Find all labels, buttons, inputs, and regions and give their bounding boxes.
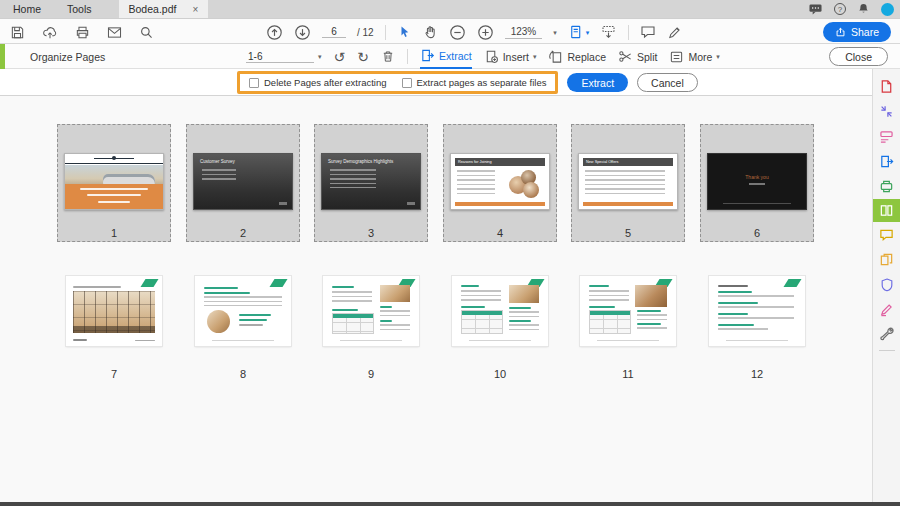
page-cell-11[interactable]: 11 (571, 270, 685, 382)
extract-options-bar: Delete Pages after extracting Extract pa… (0, 69, 872, 96)
feedback-icon[interactable] (808, 3, 823, 16)
page-number: 4 (444, 227, 556, 239)
export-pdf-icon[interactable] (873, 149, 900, 174)
notifications-bell-icon[interactable] (857, 2, 870, 16)
cloud-upload-icon[interactable] (42, 25, 58, 40)
page-cell-5[interactable]: New Special Offers 5 (571, 124, 685, 242)
page-cell-3[interactable]: Survey Demographics Highlights 3 (314, 124, 428, 242)
extract-options-callout: Delete Pages after extracting Extract pa… (237, 71, 558, 94)
page-range-combo[interactable]: ▾ (246, 51, 322, 63)
page-2-thumbnail: Customer Survey (193, 153, 293, 210)
zoom-out-icon[interactable] (449, 24, 466, 41)
tab-home[interactable]: Home (0, 0, 54, 18)
compress-pdf-icon[interactable] (873, 247, 900, 272)
page-cell-4[interactable]: Reasons for Joining 4 (443, 124, 557, 242)
close-tab-icon[interactable]: × (192, 4, 198, 15)
protect-icon[interactable] (873, 272, 900, 297)
scan-ocr-icon[interactable] (873, 174, 900, 199)
page-fit-caret-icon[interactable]: ▾ (586, 29, 590, 36)
delete-after-extract-option[interactable]: Delete Pages after extracting (249, 77, 387, 88)
footer-line (212, 340, 273, 341)
next-page-icon[interactable] (294, 24, 311, 41)
tool-more-label: More (688, 51, 712, 63)
page-cell-12[interactable]: 12 (700, 270, 814, 382)
tools-sidebar (872, 69, 900, 502)
scrolling-view-icon[interactable] (600, 24, 617, 40)
search-icon[interactable] (139, 25, 154, 40)
fill-sign-icon[interactable] (873, 297, 900, 322)
hand-tool-icon[interactable] (423, 24, 438, 40)
insert-icon (484, 49, 499, 64)
fine-print-line (723, 203, 792, 204)
separate-files-option[interactable]: Extract pages as separate files (402, 77, 547, 88)
tool-insert[interactable]: Insert ▾ (484, 44, 537, 69)
organize-accent-bar (0, 44, 5, 69)
page-1-thumbnail (64, 153, 164, 210)
previous-page-icon[interactable] (266, 24, 283, 41)
comment-tool-icon[interactable] (873, 222, 900, 247)
rotate-clockwise-icon[interactable]: ↻ (357, 50, 369, 64)
page-cell-6[interactable]: Thank you 6 (700, 124, 814, 242)
page-cell-9[interactable]: 9 (314, 270, 428, 382)
zoom-level-value[interactable]: 123% (505, 26, 543, 39)
tool-extract[interactable]: Extract (420, 44, 472, 69)
page-range-caret-icon[interactable]: ▾ (318, 53, 322, 60)
window-bottom-edge (0, 502, 900, 506)
page-number: 8 (186, 368, 300, 380)
create-pdf-icon[interactable] (873, 74, 900, 99)
save-icon[interactable] (10, 25, 25, 40)
page-cell-8[interactable]: 8 (186, 270, 300, 382)
pen-icon[interactable] (667, 25, 682, 40)
user-avatar[interactable] (881, 3, 894, 16)
footer-line (340, 340, 401, 341)
page-fit-icon[interactable] (568, 24, 583, 40)
extract-cancel-button[interactable]: Cancel (637, 73, 698, 92)
rotate-counterclockwise-icon[interactable]: ↺ (334, 50, 346, 64)
slide-header: Reasons for Joining (455, 158, 545, 166)
organize-pages-bar: Organize Pages ▾ ↺ ↻ Extract (0, 44, 900, 69)
page-11-thumbnail (580, 276, 676, 346)
edit-pdf-icon[interactable] (873, 124, 900, 149)
page-range-input[interactable] (246, 51, 314, 63)
comment-icon[interactable] (640, 25, 656, 39)
tool-more[interactable]: More ▾ (669, 44, 719, 69)
tabbar-right-icons: ? (808, 0, 894, 18)
tool-split[interactable]: Split (618, 44, 657, 69)
delete-after-extract-label: Delete Pages after extracting (264, 77, 387, 88)
separate-files-label: Extract pages as separate files (417, 77, 547, 88)
page-cell-10[interactable]: 10 (443, 270, 557, 382)
select-tool-icon[interactable] (397, 24, 412, 40)
footer-line (726, 340, 787, 341)
separate-files-checkbox[interactable] (402, 78, 412, 88)
delete-after-extract-checkbox[interactable] (249, 78, 259, 88)
tool-replace[interactable]: Replace (548, 44, 606, 69)
photo (509, 285, 539, 303)
zoom-in-icon[interactable] (477, 24, 494, 41)
email-icon[interactable] (107, 26, 122, 39)
page-cell-1[interactable]: 1 (57, 124, 171, 242)
mini-table (332, 313, 374, 334)
help-icon[interactable]: ? (834, 3, 846, 15)
tab-tools[interactable]: Tools (54, 0, 105, 18)
more-tools-icon[interactable] (873, 322, 900, 347)
extract-confirm-button[interactable]: Extract (567, 73, 628, 92)
zoom-dropdown-caret-icon[interactable]: ▾ (553, 29, 557, 36)
page-cell-7[interactable]: 7 (57, 270, 171, 382)
close-button[interactable]: Close (829, 47, 888, 66)
organize-pages-icon[interactable] (873, 199, 900, 222)
share-button[interactable]: Share (823, 22, 891, 42)
more-icon (669, 50, 684, 64)
page-number: 5 (572, 227, 684, 239)
page-4-thumbnail: Reasons for Joining (450, 153, 550, 210)
main-toolbar: / 12 123% ▾ ▾ (0, 18, 900, 44)
page-cell-2[interactable]: Customer Survey 2 (186, 124, 300, 242)
page-count-label: / 12 (357, 27, 374, 38)
footer-line (597, 340, 658, 341)
page-number-input[interactable] (322, 26, 346, 38)
tab-document[interactable]: Bodea.pdf × (119, 0, 209, 18)
page-9-thumbnail (323, 276, 419, 346)
print-icon[interactable] (75, 25, 90, 40)
combine-files-icon[interactable] (873, 99, 900, 124)
delete-pages-icon[interactable] (381, 49, 395, 64)
car-photo (65, 165, 163, 186)
